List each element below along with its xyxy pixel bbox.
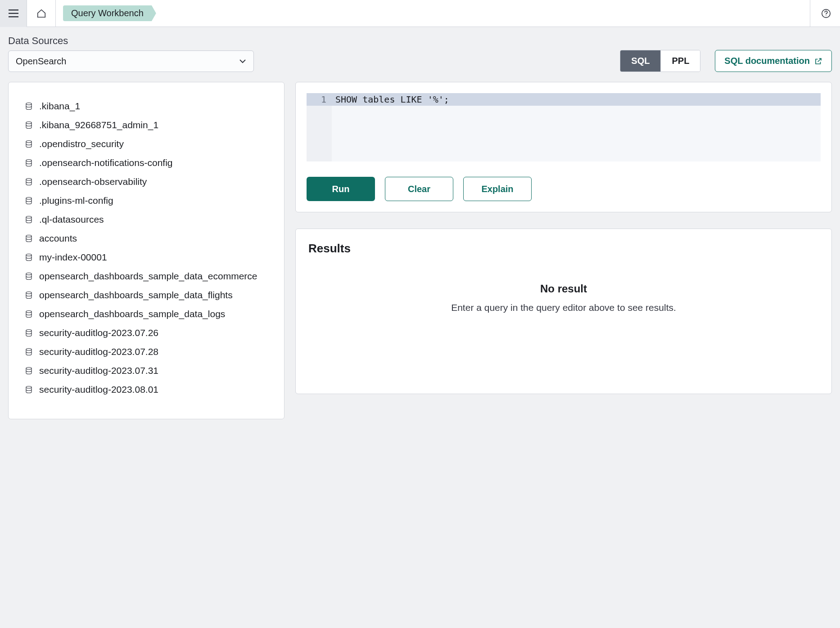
svg-point-17 [26,330,32,332]
database-icon [25,234,33,242]
database-icon [25,386,33,394]
no-result-text: Enter a query in the query editor above … [308,302,819,313]
table-item[interactable]: opensearch_dashboards_sample_data_logs [25,305,268,323]
svg-point-12 [26,235,32,238]
database-icon [25,291,33,299]
data-sources-block: Data Sources OpenSearch [8,35,254,72]
app-header: Query Workbench [0,0,840,27]
table-name: security-auditlog-2023.08.01 [39,384,158,395]
header-right [810,0,840,27]
clear-button[interactable]: Clear [385,177,453,201]
database-icon [25,197,33,205]
tables-panel: .kibana_1.kibana_92668751_admin_1.opendi… [8,82,285,419]
chevron-down-icon [239,59,246,63]
table-item[interactable]: .ql-datasources [25,210,268,229]
data-source-selected-value: OpenSearch [16,56,66,67]
table-name: opensearch_dashboards_sample_data_ecomme… [39,271,257,282]
no-result-heading: No result [308,283,819,295]
sql-documentation-link[interactable]: SQL documentation [715,50,832,72]
table-name: security-auditlog-2023.07.28 [39,346,158,357]
results-heading: Results [308,242,819,256]
database-icon [25,178,33,186]
svg-point-5 [26,103,32,105]
table-name: security-auditlog-2023.07.31 [39,365,158,376]
data-sources-label: Data Sources [8,35,254,47]
table-item[interactable]: opensearch_dashboards_sample_data_flight… [25,286,268,305]
svg-point-6 [26,122,32,124]
database-icon [25,329,33,337]
svg-rect-1 [9,13,18,14]
help-button[interactable] [821,9,831,18]
table-name: opensearch_dashboards_sample_data_logs [39,309,225,319]
database-icon [25,102,33,110]
svg-point-8 [26,160,32,162]
table-item[interactable]: accounts [25,229,268,248]
nav-toggle-button[interactable] [0,0,27,27]
table-item[interactable]: my-index-00001 [25,248,268,267]
table-item[interactable]: .kibana_92668751_admin_1 [25,116,268,135]
editor-code-line: SHOW tables LIKE '%'; [332,94,449,105]
table-item[interactable]: .kibana_1 [25,97,268,116]
database-icon [25,310,33,318]
language-toggle: SQL PPL [620,50,700,72]
help-icon [821,9,831,18]
table-name: .ql-datasources [39,214,104,225]
table-item[interactable]: security-auditlog-2023.07.28 [25,342,268,361]
database-icon [25,367,33,375]
table-item[interactable]: .plugins-ml-config [25,191,268,210]
svg-point-9 [26,179,32,181]
table-name: .kibana_1 [39,101,80,112]
query-editor[interactable]: 1 SHOW tables LIKE '%'; [307,93,821,161]
sql-documentation-label: SQL documentation [724,56,810,66]
table-name: security-auditlog-2023.07.26 [39,327,158,338]
database-icon [25,253,33,261]
table-item[interactable]: .opensearch-observability [25,172,268,191]
table-item[interactable]: security-auditlog-2023.07.31 [25,361,268,380]
table-item[interactable]: .opendistro_security [25,135,268,153]
svg-rect-2 [9,16,18,18]
database-icon [25,159,33,167]
svg-rect-0 [9,9,18,11]
svg-point-19 [26,368,32,370]
table-list: .kibana_1.kibana_92668751_admin_1.opendi… [25,97,268,399]
breadcrumb: Query Workbench [56,5,810,21]
data-source-select[interactable]: OpenSearch [8,50,254,72]
database-icon [25,121,33,129]
svg-point-11 [26,216,32,219]
database-icon [25,348,33,356]
editor-gutter [307,106,332,161]
table-item[interactable]: security-auditlog-2023.07.26 [25,323,268,342]
table-name: .opendistro_security [39,139,124,149]
svg-point-16 [26,311,32,313]
editor-line-number: 1 [307,94,332,105]
table-name: .opensearch-notifications-config [39,157,173,168]
table-name: opensearch_dashboards_sample_data_flight… [39,290,233,301]
svg-point-15 [26,292,32,294]
explain-button[interactable]: Explain [463,177,532,201]
sql-toggle-button[interactable]: SQL [620,50,661,72]
table-item[interactable]: .opensearch-notifications-config [25,153,268,172]
table-name: .opensearch-observability [39,176,147,187]
database-icon [25,215,33,224]
svg-point-14 [26,273,32,275]
ppl-toggle-button[interactable]: PPL [661,50,700,72]
svg-point-13 [26,254,32,256]
external-link-icon [814,57,822,65]
hamburger-icon [9,9,18,18]
breadcrumb-current[interactable]: Query Workbench [63,5,156,21]
run-button[interactable]: Run [307,177,375,201]
database-icon [25,272,33,280]
svg-point-10 [26,197,32,200]
query-editor-panel: 1 SHOW tables LIKE '%'; Run Clear Explai… [295,82,832,212]
svg-point-7 [26,141,32,143]
svg-point-18 [26,349,32,351]
home-icon [36,9,46,18]
results-panel: Results No result Enter a query in the q… [295,229,832,394]
table-item[interactable]: security-auditlog-2023.08.01 [25,380,268,399]
home-button[interactable] [27,0,56,27]
table-item[interactable]: opensearch_dashboards_sample_data_ecomme… [25,267,268,286]
table-name: .kibana_92668751_admin_1 [39,120,158,130]
table-name: accounts [39,233,77,244]
svg-point-20 [26,386,32,389]
table-name: my-index-00001 [39,252,107,263]
